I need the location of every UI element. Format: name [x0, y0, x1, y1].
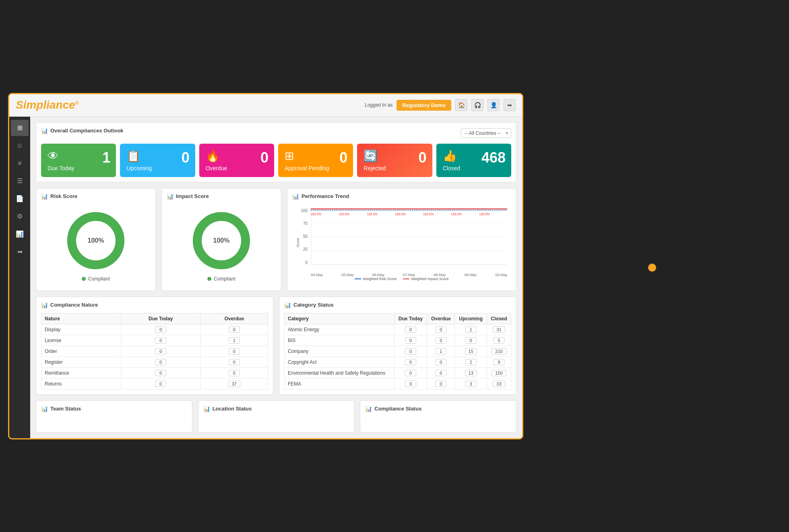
y-axis: 0 25 50 75 100 [292, 208, 309, 265]
user-profile-button[interactable]: 👤 [487, 99, 500, 111]
charts-row: 📊 Risk Score 100% Compliant [36, 188, 516, 291]
risk-legend-item: Weighted Risk Score [355, 277, 397, 281]
risk-legend-dot [82, 277, 86, 281]
svg-text:100%: 100% [88, 237, 104, 244]
overdue-cell: 1 [200, 335, 268, 346]
compliance-nature-title: 📊 Compliance Nature [41, 302, 268, 308]
risk-donut-chart: 100% [64, 208, 128, 273]
logged-in-label: Logged In as [365, 102, 392, 108]
overall-header-row: 📊 Overall Compliances Outlook -- All Cou… [41, 128, 511, 139]
y-axis-label: Score [296, 238, 300, 247]
tile-due-today[interactable]: 👁 1 Due Today [41, 144, 116, 177]
nature-cell: License [41, 335, 121, 346]
home-button[interactable]: 🏠 [455, 99, 467, 111]
category-cell: FEMA [285, 378, 394, 389]
compliance-nature-table: Nature Due Today Overdue Display 0 0 Lic… [41, 313, 268, 390]
cat-due-today-cell: 0 [394, 324, 427, 335]
category-cell: Atomic Energy [285, 324, 394, 335]
sidebar-item-settings[interactable]: ⚙ [11, 208, 29, 225]
table-row: BIS 0 0 0 5 [285, 335, 511, 346]
table-row: Display 0 0 [41, 324, 268, 335]
perf-chart-svg: 100.0% 100.0% 100.0% 100.0% 100.0% 100.0… [311, 208, 507, 265]
sidebar-item-dashboard[interactable]: ⊞ [11, 120, 29, 136]
tile-overdue[interactable]: 🔥 0 Overdue [199, 144, 274, 177]
top-bar: Simpliance® Logged In as Regulatory Demo… [9, 94, 522, 117]
tile-rejected[interactable]: 🔄 0 Rejected [357, 144, 432, 177]
svg-text:100.0%: 100.0% [367, 212, 378, 216]
cat-closed-cell: 210 [487, 346, 511, 357]
due-today-cell: 0 [121, 378, 200, 389]
cat-overdue-col: Overdue [427, 313, 455, 324]
performance-trend-card: 📊 Performance Trend 0 25 50 75 100 [287, 188, 516, 291]
table-row: Copyright Act 0 0 2 9 [285, 357, 511, 367]
nature-col-header: Nature [41, 313, 121, 324]
compliance-chart-icon: 📊 [365, 406, 372, 412]
tile-approval-pending[interactable]: ⊞ 0 Approval Pending [278, 144, 353, 177]
due-today-cell: 0 [121, 367, 200, 378]
svg-text:100.0%: 100.0% [451, 212, 462, 216]
compliance-status-title: 📊 Compliance Status [365, 406, 511, 412]
bar-chart-icon: 📊 [41, 128, 48, 134]
cat-due-today-col: Due Today [394, 313, 427, 324]
sidebar-item-menu[interactable]: ☰ [11, 173, 29, 189]
location-status-title: 📊 Location Status [203, 406, 349, 412]
overdue-cell: 0 [200, 346, 268, 357]
risk-chart-icon: 📊 [41, 193, 48, 200]
impact-legend-item: Weighted Impact Score [403, 277, 448, 281]
cat-overdue-cell: 0 [427, 335, 455, 346]
due-today-cell: 0 [121, 335, 200, 346]
cat-closed-cell: 9 [487, 357, 511, 367]
sidebar-item-users[interactable]: ☺ [11, 138, 29, 154]
category-status-table-scroll[interactable]: Category Due Today Overdue Upcoming Clos… [284, 313, 511, 390]
impact-chart-icon: 📊 [167, 193, 173, 200]
risk-line-sample [355, 278, 361, 279]
cat-closed-col: Closed [487, 313, 511, 324]
cat-due-today-cell: 0 [394, 346, 427, 357]
fire-icon: 🔥 [206, 149, 220, 163]
cat-upcoming-cell: 1 [455, 324, 487, 335]
category-status-title: 📊 Category Status [284, 302, 511, 308]
sidebar-item-reports[interactable]: 📊 [11, 226, 29, 242]
nature-cell: Display [41, 324, 121, 335]
nature-cell: Returns [41, 378, 121, 389]
regulatory-demo-button[interactable]: Regulatory Demo [397, 100, 451, 111]
status-cards-row: 📊 Team Status 📊 Location Status 📊 Compli… [36, 400, 516, 433]
sidebar-item-navigate[interactable]: ➡ [11, 244, 29, 260]
country-dropdown-wrapper[interactable]: -- All Countries -- [461, 128, 511, 138]
overdue-cell: 37 [200, 378, 268, 389]
cat-closed-cell: 150 [487, 367, 511, 378]
stat-tiles-row: 👁 1 Due Today 📋 0 Upcoming 🔥 0 Over [41, 144, 511, 177]
overdue-cell: 0 [200, 357, 268, 367]
headset-button[interactable]: 🎧 [471, 99, 483, 111]
perf-chart-icon: 📊 [292, 193, 299, 200]
overall-title: 📊 Overall Compliances Outlook [41, 128, 123, 134]
impact-legend: Compliant [207, 276, 235, 282]
svg-text:100.0%: 100.0% [423, 212, 434, 216]
sidebar-item-list[interactable]: ≡ [11, 155, 29, 171]
grid-icon: ⊞ [285, 149, 294, 163]
table-row: Company 0 1 15 210 [285, 346, 511, 357]
nature-cell: Register [41, 357, 121, 367]
table-row: Environmental Health and Safety Regulati… [285, 367, 511, 378]
overdue-cell: 0 [200, 367, 268, 378]
impact-score-title: 📊 Impact Score [167, 193, 276, 200]
svg-text:100.0%: 100.0% [339, 212, 350, 216]
location-chart-icon: 📊 [203, 406, 210, 412]
country-dropdown[interactable]: -- All Countries -- [461, 128, 511, 138]
svg-text:100.0%: 100.0% [311, 212, 322, 216]
svg-text:100.0%: 100.0% [479, 212, 490, 216]
sidebar: ⊞ ☺ ≡ ☰ 📄 ⚙ 📊 ➡ [9, 117, 30, 438]
refresh-icon: 🔄 [364, 149, 378, 163]
cat-upcoming-cell: 3 [455, 378, 487, 389]
compliance-nature-table-scroll[interactable]: Nature Due Today Overdue Display 0 0 Lic… [41, 313, 268, 390]
cat-overdue-cell: 1 [427, 346, 455, 357]
risk-donut-container: 100% Compliant [41, 204, 151, 286]
cat-due-today-cell: 0 [394, 335, 427, 346]
bottom-indicator-dot [648, 264, 656, 272]
tile-closed[interactable]: 👍 468 Closed [436, 144, 511, 177]
tile-upcoming[interactable]: 📋 0 Upcoming [120, 144, 195, 177]
performance-trend-title: 📊 Performance Trend [292, 193, 511, 200]
logout-button[interactable]: ➡ [504, 99, 516, 111]
app-frame: Simpliance® Logged In as Regulatory Demo… [8, 93, 523, 439]
sidebar-item-documents[interactable]: 📄 [11, 191, 29, 207]
